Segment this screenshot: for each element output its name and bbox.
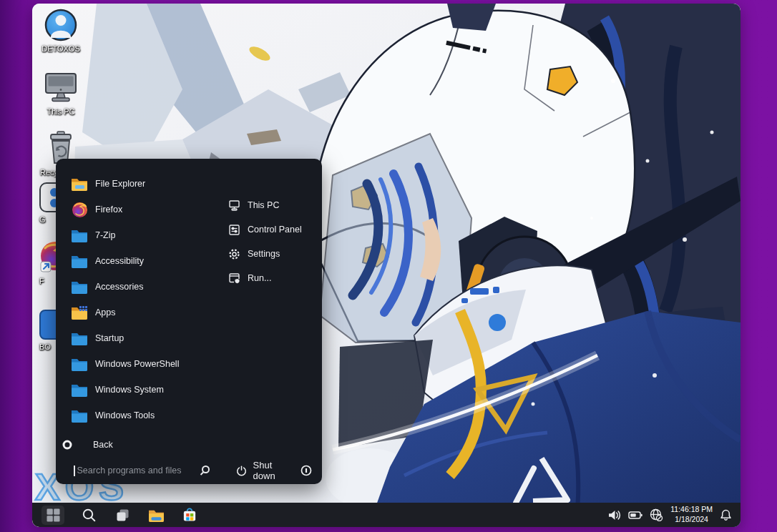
folder-blue-icon	[70, 227, 89, 244]
search-submit-button[interactable]	[199, 465, 210, 476]
volume-button[interactable]	[607, 509, 621, 521]
start-button[interactable]	[41, 506, 64, 525]
start-menu-places-list: This PC Control Panel Settings	[228, 193, 302, 290]
start-menu-item-windows-system[interactable]: Windows System	[70, 377, 179, 403]
start-menu-item-control-panel[interactable]: Control Panel	[228, 217, 302, 242]
power-icon	[236, 465, 247, 477]
user-avatar-icon	[44, 9, 77, 41]
network-globe-no-internet-icon	[650, 508, 663, 521]
folder-yellow-apps-icon	[70, 304, 89, 321]
firefox-icon	[70, 201, 89, 218]
start-menu-bottom-row: Shut down	[74, 459, 312, 482]
start-menu-item-run[interactable]: Run...	[228, 266, 302, 290]
text-caret	[74, 466, 75, 476]
folder-blue-icon	[70, 278, 89, 295]
gear-icon	[228, 247, 240, 260]
desktop-icon-label: This PC	[47, 107, 74, 116]
notifications-button[interactable]	[720, 508, 732, 521]
start-menu-item-label: Windows PowerShell	[95, 359, 179, 369]
start-menu-item-7zip[interactable]: 7-Zip	[70, 222, 179, 248]
task-view-icon	[115, 508, 130, 523]
windows-logo-icon	[47, 508, 60, 522]
search-icon	[199, 465, 210, 476]
computer-monitor-icon	[44, 72, 77, 104]
power-options-button[interactable]	[300, 465, 312, 476]
start-menu-back-button[interactable]: Back	[62, 435, 113, 455]
desktop-icon-label: BO	[32, 343, 51, 351]
folder-blue-icon	[70, 381, 89, 398]
start-menu-item-label: This PC	[248, 200, 279, 210]
folder-blue-icon	[70, 407, 89, 424]
start-menu-item-label: Apps	[95, 307, 116, 317]
taskbar-buttons	[32, 506, 199, 525]
battery-button[interactable]	[628, 509, 642, 521]
taskbar: 11:46:18 PM 1/18/2024	[32, 503, 741, 527]
tray-date: 1/18/2024	[670, 515, 713, 525]
desktop-icon-this-pc[interactable]: This PC	[34, 72, 88, 116]
bell-icon	[720, 508, 732, 521]
folder-blue-icon	[70, 252, 89, 270]
search-input[interactable]	[77, 466, 197, 476]
start-menu-item-label: Settings	[248, 249, 280, 259]
purple-backdrop: XOS DETOXOS This PC	[0, 0, 777, 532]
start-menu-item-accessories[interactable]: Accessories	[70, 274, 179, 300]
start-menu-item-accessibility[interactable]: Accessibility	[70, 248, 179, 274]
desktop: XOS DETOXOS This PC	[32, 4, 741, 527]
start-menu-item-startup[interactable]: Startup	[70, 325, 179, 351]
power-options-icon	[300, 465, 312, 476]
start-menu-item-file-explorer[interactable]: File Explorer	[70, 171, 179, 197]
file-explorer-icon	[148, 508, 165, 522]
desktop-icon-user[interactable]: DETOXOS	[34, 9, 88, 53]
desktop-icon-label: DETOXOS	[41, 44, 80, 53]
shutdown-label: Shut down	[253, 460, 292, 481]
start-menu-item-apps[interactable]: Apps	[70, 300, 179, 325]
back-icon	[62, 440, 72, 450]
this-pc-icon	[228, 199, 240, 212]
folder-blue-icon	[70, 355, 89, 373]
start-menu-item-label: Windows System	[95, 385, 164, 395]
shutdown-button[interactable]: Shut down	[236, 460, 293, 481]
search-field[interactable]	[74, 466, 197, 476]
start-menu-item-label: Firefox	[95, 205, 122, 215]
start-menu-item-label: 7-Zip	[95, 230, 115, 240]
desktop-icon-label: G	[32, 215, 46, 224]
folder-blue-icon	[70, 330, 89, 347]
taskbar-clock[interactable]: 11:46:18 PM 1/18/2024	[670, 505, 713, 524]
start-menu-item-windows-powershell[interactable]: Windows PowerShell	[70, 351, 179, 377]
battery-icon	[628, 509, 642, 521]
start-menu-item-label: Run...	[248, 273, 271, 283]
microsoft-store-icon	[182, 507, 197, 523]
start-menu-item-label: Startup	[95, 333, 124, 343]
back-label: Back	[93, 440, 113, 450]
start-menu-item-this-pc[interactable]: This PC	[228, 193, 302, 217]
start-menu-program-list: File Explorer Firefox 7-Zip	[70, 171, 179, 428]
control-panel-icon	[228, 223, 240, 236]
start-menu-item-settings[interactable]: Settings	[228, 242, 302, 266]
network-button[interactable]	[650, 508, 663, 521]
taskbar-file-explorer-button[interactable]	[147, 506, 165, 524]
folder-yellow-icon	[70, 175, 89, 192]
tray-time: 11:46:18 PM	[670, 505, 713, 515]
start-menu-item-windows-tools[interactable]: Windows Tools	[70, 403, 179, 428]
search-icon	[82, 508, 97, 523]
start-menu-item-label: Windows Tools	[95, 410, 155, 420]
task-view-button[interactable]	[113, 506, 132, 524]
start-menu-item-firefox[interactable]: Firefox	[70, 197, 179, 222]
start-menu-item-label: Accessibility	[95, 256, 144, 266]
microsoft-store-button[interactable]	[180, 506, 199, 524]
volume-icon	[607, 509, 621, 521]
run-icon	[228, 272, 240, 285]
start-menu-item-label: Accessories	[95, 282, 143, 292]
system-tray: 11:46:18 PM 1/18/2024	[607, 505, 741, 524]
start-menu-item-label: File Explorer	[95, 179, 145, 189]
desktop-icon-label: F	[32, 277, 44, 285]
start-menu: File Explorer Firefox 7-Zip	[56, 159, 322, 484]
start-menu-item-label: Control Panel	[248, 225, 302, 235]
taskbar-search-button[interactable]	[79, 506, 98, 524]
